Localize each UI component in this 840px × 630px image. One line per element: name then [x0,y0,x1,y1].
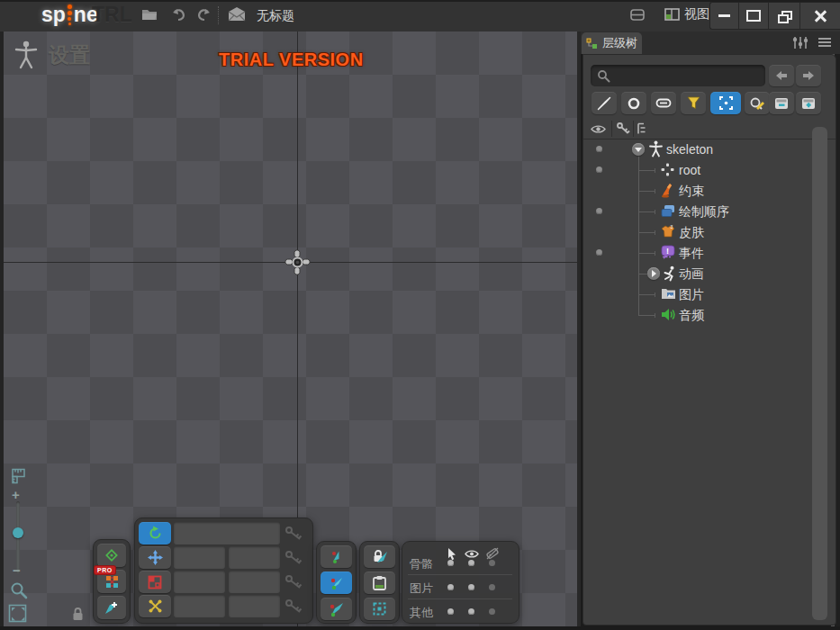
redo-button[interactable] [196,8,212,22]
tree-column-icon[interactable] [637,122,652,135]
scale-y-field[interactable] [229,571,280,593]
images-visible-dot[interactable] [468,584,474,590]
grid-snap-button[interactable] [364,598,395,620]
shear-tool-button[interactable] [139,595,171,617]
history-back-button[interactable] [769,65,794,86]
shear-key-button[interactable] [285,598,303,615]
translate-tool-button[interactable] [139,546,171,569]
clipboard-button[interactable] [364,572,395,594]
tree-item-skeleton[interactable]: skeleton [666,142,713,157]
axes-world-button[interactable] [321,598,352,620]
images-label-dot[interactable] [489,584,495,590]
translate-x-field[interactable] [174,546,225,569]
tree-stub-tick [655,168,655,173]
restore-button[interactable] [769,3,800,29]
expand-all-button[interactable] [796,92,821,114]
tree-row-dot[interactable] [596,249,602,256]
filter-attachments-button[interactable] [651,92,676,114]
tree-item-constraints[interactable]: 约束 [679,184,704,200]
scale-x-field[interactable] [174,571,225,593]
tree-row-dot[interactable] [596,166,602,173]
scale-tool-button[interactable] [139,571,171,593]
compact-mode-button[interactable] [630,9,645,21]
images-select-dot[interactable] [447,584,454,590]
panel-menu-button[interactable] [817,37,832,48]
panel-options-button[interactable] [792,36,808,50]
tree-row-dot[interactable] [596,208,602,214]
panel-divider[interactable] [577,32,581,626]
transform-panel [134,518,313,624]
close-button[interactable] [800,3,840,29]
bones-select-dot[interactable] [447,560,454,566]
translate-key-button[interactable] [285,550,303,566]
history-forward-button[interactable] [796,65,821,86]
tree-item-skins[interactable]: 皮肤 [679,225,704,241]
ruler-toggle-button[interactable] [9,468,25,484]
focus-selection-button[interactable] [710,92,741,114]
rotate-key-button[interactable] [285,526,303,542]
undo-button[interactable] [171,8,186,22]
key-column-icon[interactable] [616,122,630,136]
filter-menu-button[interactable] [681,92,706,114]
tree-stub [638,170,655,171]
tree-row-dot[interactable] [596,146,602,152]
translate-y-field[interactable] [229,546,280,569]
tree-search-input[interactable] [591,65,765,86]
row-separator [408,574,512,575]
row-separator [408,598,512,599]
scale-key-button[interactable] [285,574,303,590]
tree-item-draw-order[interactable]: 绘制顺序 [679,204,729,220]
tree-item-images[interactable]: 图片 [679,287,704,303]
axes-parent-button[interactable] [321,572,352,594]
minimize-button[interactable] [710,3,739,29]
zoom-slider-thumb[interactable] [13,527,23,538]
trial-watermark: TRIAL VERSION [219,50,364,70]
pose-tool-button[interactable] [97,544,126,567]
compensate-lock-button[interactable] [364,545,395,568]
other-visible-dot[interactable] [468,608,474,615]
fit-view-button[interactable] [8,604,27,623]
rotate-value-field[interactable] [174,522,280,544]
zoom-out-label[interactable]: − [13,562,21,578]
spine-logo: sp ne [41,3,98,27]
maximize-button[interactable] [739,3,769,29]
tree-tab-icon [586,38,598,50]
shear-y-field[interactable] [229,595,280,617]
other-label-dot[interactable] [489,608,495,615]
skeleton-expander[interactable] [632,143,645,156]
animations-expander[interactable] [647,267,660,280]
zoom-in-label[interactable]: + [12,487,20,502]
shear-x-field[interactable] [174,595,225,617]
tab-hierarchy-tree[interactable]: 层级树 [582,32,642,54]
mode-indicator: 设置 [14,40,90,69]
visibility-row-images-label: 图片 [410,580,433,597]
tree-stub-tick [655,189,655,194]
bones-label-dot[interactable] [489,560,495,566]
animations-icon [663,266,677,282]
origin-marker [285,249,311,275]
rotate-tool-button[interactable] [139,522,171,544]
tree-scrollbar-thumb[interactable] [812,127,827,620]
hierarchy-panel: skeleton root 约束 绘制顺序 3 皮肤 ! 事件 [583,54,836,626]
axes-local-button[interactable] [321,545,352,568]
filter-bones-button[interactable] [592,92,617,114]
tree-item-animations[interactable]: 动画 [679,266,704,283]
create-tool-button[interactable] [97,596,126,619]
tree-item-events[interactable]: 事件 [679,246,704,262]
tree-stub [638,315,655,316]
search-edit-button[interactable] [745,92,770,114]
collapse-all-button[interactable] [769,92,794,114]
tree-stub-tick [655,292,655,297]
title-bar: sp ne TRL 无标题 视图 [0,0,840,32]
visibility-column-icon[interactable] [591,124,606,134]
open-project-button[interactable] [141,8,158,22]
minimize-icon [718,14,730,17]
zoom-tool-button[interactable] [10,581,28,599]
other-select-dot[interactable] [447,608,454,615]
bones-visible-dot[interactable] [468,560,474,566]
lock-view-icon[interactable] [72,608,84,621]
mail-button[interactable] [228,7,246,22]
tree-item-root[interactable]: root [679,163,700,177]
tree-item-audio[interactable]: 音频 [679,308,704,324]
filter-slots-button[interactable] [621,92,646,114]
